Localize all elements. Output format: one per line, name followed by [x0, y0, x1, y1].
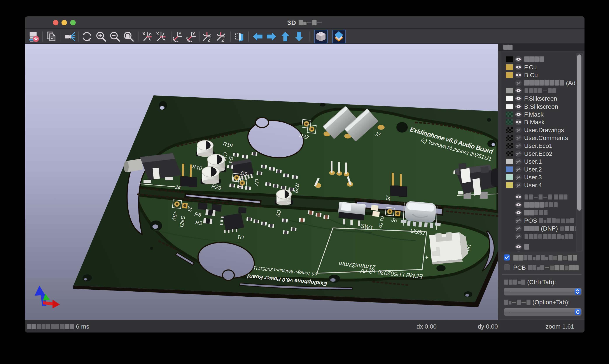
svg-text:R6: R6	[194, 211, 202, 218]
svg-text:X: X	[156, 31, 159, 36]
svg-text:C9: C9	[275, 209, 282, 217]
svg-text:U6: U6	[466, 244, 472, 251]
svg-text:R3: R3	[195, 219, 203, 226]
svg-text:X: X	[143, 31, 145, 36]
svg-text:D4: D4	[228, 156, 234, 164]
svg-text:U1: U1	[237, 234, 244, 241]
svg-text:Y: Y	[179, 31, 181, 36]
svg-text:J5: J5	[385, 194, 391, 201]
svg-text:Y: Y	[193, 31, 195, 36]
svg-text:Z: Z	[207, 38, 210, 42]
svg-text:J3: J3	[187, 205, 193, 212]
svg-text:J4: J4	[174, 184, 181, 191]
svg-text:Z: Z	[221, 38, 224, 42]
